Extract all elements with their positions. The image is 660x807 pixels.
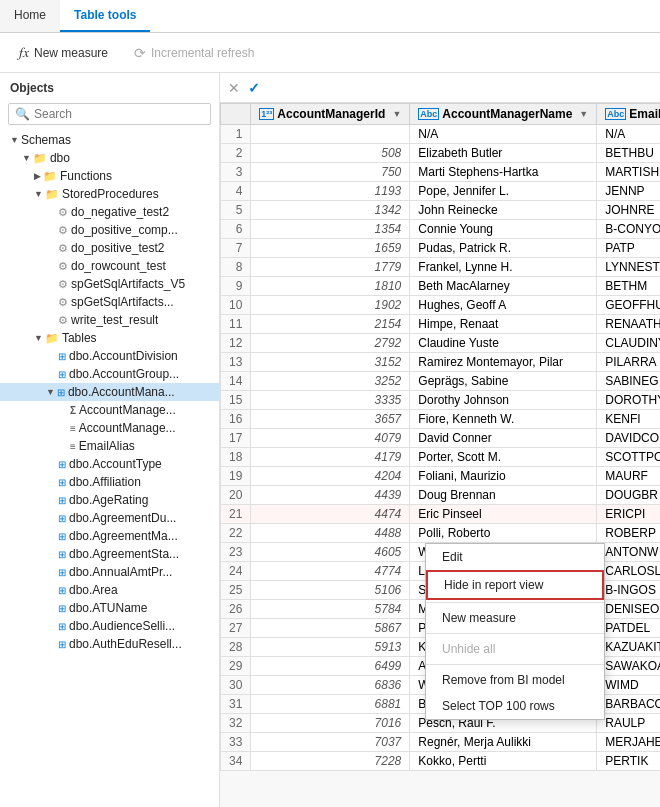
- table-row: 194204Foliani, MaurizioMAURF: [221, 467, 661, 486]
- search-box[interactable]: 🔍: [8, 103, 211, 125]
- tree-t3[interactable]: ▼ ⊞ dbo.AccountMana...: [0, 383, 219, 401]
- row-number: 11: [221, 315, 251, 334]
- col-header-name[interactable]: Abc AccountManagerName ▼: [410, 104, 597, 125]
- cell-email: N/A: [597, 125, 660, 144]
- cell-email: MARTISH: [597, 163, 660, 182]
- cell-email: BARBACO: [597, 695, 660, 714]
- table-icon-14: ⊞: [58, 639, 66, 650]
- tree-col2[interactable]: ≡AccountManage...: [0, 419, 219, 437]
- sp-icon-5: ⚙: [58, 278, 68, 291]
- table-row: 122792Claudine YusteCLAUDINY: [221, 334, 661, 353]
- row-number: 34: [221, 752, 251, 771]
- table-icon-12: ⊞: [58, 603, 66, 614]
- tree-functions[interactable]: ▶ 📁 Functions: [0, 167, 219, 185]
- table-row: 41193Pope, Jennifer L.JENNP: [221, 182, 661, 201]
- ctx-new-measure[interactable]: New measure: [426, 605, 604, 631]
- cell-id: 4179: [251, 448, 410, 467]
- cell-email: DOUGBR: [597, 486, 660, 505]
- table-row: 112154Himpe, RenaatRENAATH: [221, 315, 661, 334]
- tree-sp3[interactable]: ⚙do_positive_test2: [0, 239, 219, 257]
- incremental-refresh-button[interactable]: ⟳ Incremental refresh: [123, 40, 265, 66]
- tree-sp2[interactable]: ⚙do_positive_comp...: [0, 221, 219, 239]
- row-number: 19: [221, 467, 251, 486]
- tree-sp6[interactable]: ⚙spGetSqlArtifacts...: [0, 293, 219, 311]
- tree-t6[interactable]: ⊞dbo.AgeRating: [0, 491, 219, 509]
- ctx-remove-bi[interactable]: Remove from BI model: [426, 667, 604, 693]
- cell-id: 1779: [251, 258, 410, 277]
- search-input[interactable]: [34, 107, 204, 121]
- tree-sp7[interactable]: ⚙write_test_result: [0, 311, 219, 329]
- row-number: 9: [221, 277, 251, 296]
- tree-sp5[interactable]: ⚙spGetSqlArtifacts_V5: [0, 275, 219, 293]
- row-number: 24: [221, 562, 251, 581]
- row-number: 25: [221, 581, 251, 600]
- tree-t9[interactable]: ⊞dbo.AgreementSta...: [0, 545, 219, 563]
- table-icon-10: ⊞: [58, 567, 66, 578]
- tree-tables[interactable]: ▼ 📁 Tables: [0, 329, 219, 347]
- tree-stored-procedures[interactable]: ▼ 📁 StoredProcedures: [0, 185, 219, 203]
- tree-schemas[interactable]: ▼ Schemas: [0, 131, 219, 149]
- col-dropdown-arrow-id[interactable]: ▼: [392, 109, 401, 119]
- tree-sp1[interactable]: ⚙do_negative_test2: [0, 203, 219, 221]
- row-number: 12: [221, 334, 251, 353]
- tree-t11[interactable]: ⊞dbo.Area: [0, 581, 219, 599]
- cell-email: SABINEG: [597, 372, 660, 391]
- cell-email: DOROTHYJ: [597, 391, 660, 410]
- tab-home[interactable]: Home: [0, 0, 60, 32]
- cell-id: 6836: [251, 676, 410, 695]
- ctx-divider-3: [426, 664, 604, 665]
- new-measure-button[interactable]: 𝑓𝑥 New measure: [8, 39, 119, 66]
- cell-id: 2154: [251, 315, 410, 334]
- ctx-divider-2: [426, 633, 604, 634]
- formula-confirm-button[interactable]: ✓: [248, 80, 260, 96]
- cell-name: Porter, Scott M.: [410, 448, 597, 467]
- tree-t2[interactable]: ⊞dbo.AccountGroup...: [0, 365, 219, 383]
- cell-id: 1659: [251, 239, 410, 258]
- cell-id: 5913: [251, 638, 410, 657]
- tree-t10[interactable]: ⊞dbo.AnnualAmtPr...: [0, 563, 219, 581]
- col-header-email[interactable]: Abc EmailAlias ▼: [597, 104, 660, 125]
- tab-table-tools[interactable]: Table tools: [60, 0, 150, 32]
- table-row: 337037Regnér, Merja AulikkiMERJAHE: [221, 733, 661, 752]
- row-number: 23: [221, 543, 251, 562]
- ctx-unhide-all: Unhide all: [426, 636, 604, 662]
- cell-name: Pope, Jennifer L.: [410, 182, 597, 201]
- tree-t13[interactable]: ⊞dbo.AudienceSelli...: [0, 617, 219, 635]
- tree-t8[interactable]: ⊞dbo.AgreementMa...: [0, 527, 219, 545]
- chevron-dbo: ▼: [22, 153, 31, 163]
- row-number: 15: [221, 391, 251, 410]
- tree-t12[interactable]: ⊞dbo.ATUName: [0, 599, 219, 617]
- formula-cancel-button[interactable]: ✕: [228, 80, 240, 96]
- cell-email: WIMD: [597, 676, 660, 695]
- ctx-edit[interactable]: Edit: [426, 544, 604, 570]
- folder-icon-functions: 📁: [43, 170, 57, 183]
- tree-t5[interactable]: ⊞dbo.Affiliation: [0, 473, 219, 491]
- tree-t1[interactable]: ⊞dbo.AccountDivision: [0, 347, 219, 365]
- tree-t4[interactable]: ⊞dbo.AccountType: [0, 455, 219, 473]
- cell-id: 3152: [251, 353, 410, 372]
- cell-name: Marti Stephens-Hartka: [410, 163, 597, 182]
- row-number: 4: [221, 182, 251, 201]
- row-number: 8: [221, 258, 251, 277]
- context-menu: Edit Hide in report view New measure Unh…: [425, 543, 605, 720]
- col-dropdown-arrow-name[interactable]: ▼: [579, 109, 588, 119]
- cell-name: Dorothy Johnson: [410, 391, 597, 410]
- cell-id: 7016: [251, 714, 410, 733]
- ctx-select-top[interactable]: Select TOP 100 rows: [426, 693, 604, 719]
- tree-t14[interactable]: ⊞dbo.AuthEduResell...: [0, 635, 219, 653]
- cell-email: ANTONW: [597, 543, 660, 562]
- tree-sp4[interactable]: ⚙do_rowcount_test: [0, 257, 219, 275]
- row-number: 17: [221, 429, 251, 448]
- tree-col3[interactable]: ≡EmailAlias: [0, 437, 219, 455]
- col-header-id[interactable]: 1²³ AccountManagerId ▼: [251, 104, 410, 125]
- tree-col1[interactable]: ΣAccountManage...: [0, 401, 219, 419]
- table-icon-4: ⊞: [58, 459, 66, 470]
- cell-name: Ramirez Montemayor, Pilar: [410, 353, 597, 372]
- tree-dbo[interactable]: ▼ 📁 dbo: [0, 149, 219, 167]
- row-number: 6: [221, 220, 251, 239]
- tree-t7[interactable]: ⊞dbo.AgreementDu...: [0, 509, 219, 527]
- formula-bar: ✕ ✓: [220, 73, 660, 103]
- sp-icon-2: ⚙: [58, 224, 68, 237]
- ctx-hide-report[interactable]: Hide in report view: [426, 570, 604, 600]
- cell-email: DENISEO: [597, 600, 660, 619]
